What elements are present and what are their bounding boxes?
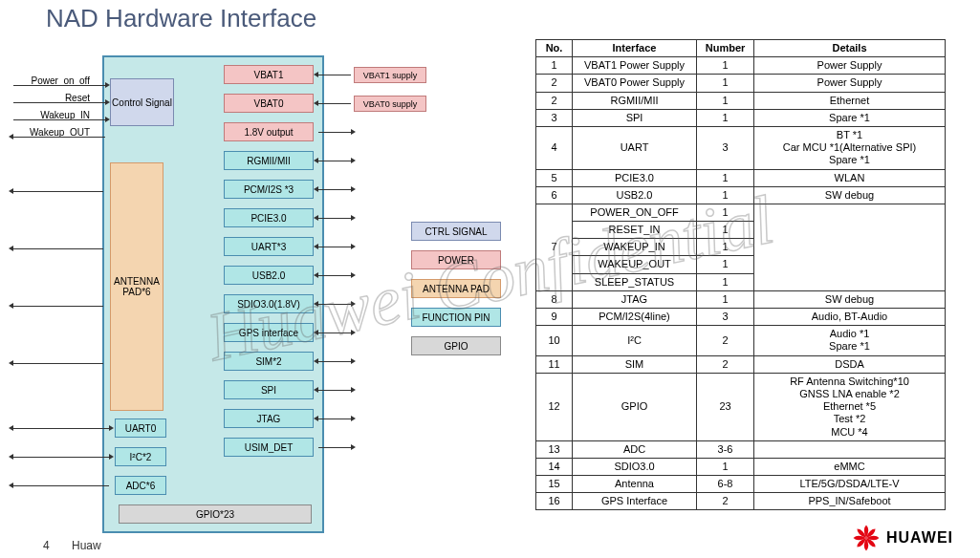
table-row: 14SDIO3.01eMMC — [536, 458, 946, 475]
arrow-icon — [318, 304, 351, 305]
table-header: Number — [697, 40, 754, 57]
arrow-icon — [13, 85, 105, 86]
table-row: 6USB2.01SW debug — [536, 186, 946, 204]
arrow-icon — [13, 428, 109, 429]
legend-item: POWER — [411, 250, 501, 269]
arrow-icon — [318, 333, 351, 333]
interface-table: No. Interface Number Details 1VBAT1 Powe… — [535, 39, 946, 510]
table-header: Details — [754, 40, 946, 57]
legend: CTRL SIGNAL POWER ANTENNA PAD FUNCTION P… — [411, 222, 507, 365]
function-pin: SPI — [224, 380, 314, 399]
power-pin: VBAT1 — [224, 65, 314, 84]
power-pin: 1.8V output — [224, 122, 314, 141]
function-pin: USIM_DET — [224, 438, 314, 457]
function-pin: PCIE3.0 — [224, 208, 314, 227]
footer: 4 Huaw — [43, 539, 101, 552]
page-title: NAD Hardware Interface — [46, 4, 316, 33]
arrow-icon — [318, 390, 351, 391]
supply-box: VBAT0 supply — [354, 96, 426, 112]
arrow-icon — [318, 361, 351, 362]
arrow-icon — [318, 75, 351, 75]
function-pin: UART*3 — [224, 237, 314, 256]
function-pin-left: I²C*2 — [115, 447, 166, 466]
arrow-icon — [318, 218, 351, 219]
legend-item: FUNCTION PIN — [411, 308, 501, 327]
arrow-icon — [318, 189, 351, 190]
table-row: 1VBAT1 Power Supply1Power Supply — [536, 57, 946, 75]
function-pin: GPS interface — [224, 323, 314, 342]
arrow-icon — [13, 248, 103, 249]
table-row: 9PCM/I2S(4line)3Audio, BT-Audio — [536, 309, 946, 326]
arrow-icon — [318, 103, 351, 104]
arrow-icon — [318, 447, 351, 448]
table-row: 3SPI1Spare *1 — [536, 109, 946, 126]
function-pin: SDIO3.0(1.8V) — [224, 294, 314, 313]
table-row: 13ADC3-6 — [536, 440, 946, 458]
table-header: No. — [536, 40, 573, 57]
arrow-icon — [318, 161, 351, 161]
control-signal-block: Control Signal — [110, 78, 174, 126]
table-row: 10I²C2Audio *1Spare *1 — [536, 326, 946, 355]
function-pin: RGMII/MII — [224, 151, 314, 170]
power-pin: VBAT0 — [224, 94, 314, 113]
arrow-icon — [318, 418, 351, 419]
table-row: 2RGMII/MII1Ethernet — [536, 92, 946, 109]
function-pin-left: ADC*6 — [115, 476, 166, 495]
arrow-icon — [13, 457, 109, 458]
supply-box: VBAT1 supply — [354, 67, 426, 83]
table-row: 8JTAG1SW debug — [536, 290, 946, 308]
arrow-icon — [13, 191, 103, 192]
arrow-icon — [318, 275, 351, 276]
function-pin: JTAG — [224, 409, 314, 428]
arrow-icon — [13, 102, 105, 103]
table-row: 16GPS Interface2PPS_IN/Safeboot — [536, 493, 946, 510]
legend-item: GPIO — [411, 336, 501, 355]
arrow-icon — [13, 363, 103, 364]
gpio-pin: GPIO*23 — [119, 504, 312, 524]
table-row: 7POWER_ON_OFF1 — [536, 204, 946, 221]
legend-item: ANTENNA PAD — [411, 279, 501, 298]
arrow-icon — [318, 247, 351, 247]
arrow-icon — [318, 132, 351, 133]
antenna-pad-block: ANTENNA PAD*6 — [110, 162, 163, 411]
arrow-icon — [13, 485, 109, 486]
logo-text: HUAWEI — [886, 529, 953, 547]
table-row: 2VBAT0 Power Supply1Power Supply — [536, 75, 946, 92]
arrow-icon — [13, 306, 103, 307]
huawei-logo: HUAWEI — [852, 524, 953, 552]
page-number: 4 — [43, 539, 50, 552]
table-row: 12GPIO23RF Antenna Switching*10GNSS LNA … — [536, 373, 946, 440]
table-row: 15Antenna6-8LTE/5G/DSDA/LTE-V — [536, 476, 946, 493]
function-pin-left: UART0 — [115, 418, 166, 438]
function-pin: PCM/I2S *3 — [224, 180, 314, 199]
legend-item: CTRL SIGNAL — [411, 222, 501, 241]
table-row: 11SIM2DSDA — [536, 355, 946, 373]
footer-text: Huaw — [72, 539, 101, 552]
table-row: 4UART3BT *1Car MCU *1(Alternative SPI)Sp… — [536, 126, 946, 169]
huawei-flower-icon — [852, 524, 881, 552]
function-pin: SIM*2 — [224, 352, 314, 371]
table-header: Interface — [573, 40, 697, 57]
function-pin: USB2.0 — [224, 266, 314, 285]
table-row: 5PCIE3.01WLAN — [536, 169, 946, 186]
arrow-icon — [13, 119, 105, 120]
arrow-icon — [13, 137, 105, 138]
